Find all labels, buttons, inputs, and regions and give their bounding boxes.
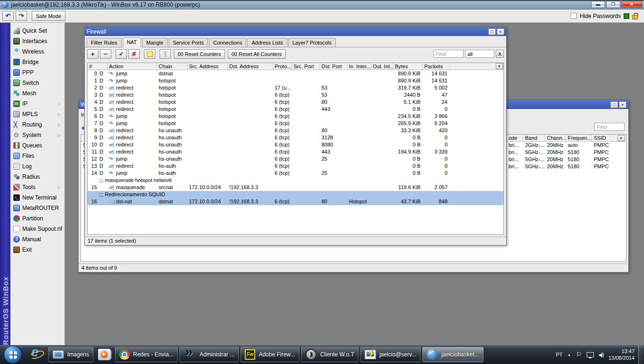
sidebar-item-new-terminal[interactable]: New Terminal [10,192,64,203]
reset-all-counters-button[interactable]: 00 Reset All Counters [228,49,286,59]
sidebar-item-manual[interactable]: Manual [10,234,64,245]
rule-flag: D [99,70,103,77]
wireless-close-button[interactable]: × [619,101,626,108]
start-button[interactable] [4,346,22,364]
nat-comment-row[interactable]: ;;; Redirecionamento SQUID [88,191,503,198]
tab-filter-rules[interactable]: Filter Rules [87,38,122,47]
chain-filter-dropdown-button[interactable]: ▼ [496,50,504,58]
rule-action-cell: ↷jump [107,155,157,163]
taskbar-button-administrar[interactable]: Administrar ... [179,347,239,362]
tab-service-ports[interactable]: Service Ports [169,38,208,47]
sidebar-item-queues[interactable]: Queues [10,140,64,151]
tray-up-arrow-icon[interactable]: ▲ [567,353,571,357]
nat-rule-row[interactable]: 7D↷jumphotspot6 (tcp)265.9 KiB5 204 [88,120,503,127]
firewall-find-input[interactable] [433,50,464,58]
sidebar-item-interfaces[interactable]: Interfaces [10,36,64,46]
enable-rule-button[interactable]: ✔ [116,49,127,59]
column-select-button[interactable]: ▼ [496,63,503,69]
terminal-icon [13,194,20,201]
nat-rule-row[interactable]: 4D⇄|redirecthotspot6 (tcp)805.1 KiB24 [88,99,503,106]
sidebar-item-system[interactable]: System▷ [10,130,64,140]
nat-rule-row[interactable]: 8D⇄|redirecths-unauth6 (tcp)8033.3 KiB42… [88,127,503,134]
taskbar-button-imagens[interactable]: Imagens [48,347,93,362]
taskbar-button-adobe-firew[interactable]: Adobe Firew... [241,347,299,362]
nat-rule-row[interactable]: 10D⇄|redirecths-unauth6 (tcp)80800 B0 [88,141,503,148]
nat-rule-row[interactable]: 2D⇄|redirecthotspot17 (u...53319.7 KiB5 … [88,84,503,91]
rule-action-label: jump [116,78,127,83]
interface-frequency: auto [568,142,578,149]
nat-rule-row[interactable]: 12D↷jumphs-unauth6 (tcp)250 B0 [88,155,503,163]
sidebar-item-routing[interactable]: Routing▷ [10,119,64,130]
nat-rule-row[interactable]: 14D↷jumphs-auth6 (tcp)250 B0 [88,170,503,177]
nat-comment-row[interactable]: ;;; masquerade hotspot network [88,177,503,184]
minimize-button[interactable]: ▬ [591,1,605,8]
tab-mangle[interactable]: Mangle [142,38,168,47]
wireless-find-input[interactable] [594,123,625,131]
sidebar-item-metarouter[interactable]: MetaROUTER [10,203,64,213]
network-icon[interactable] [587,352,594,357]
sidebar-item-quick-set[interactable]: Quick Set [10,26,64,36]
rule-chain: hotspot [157,106,188,113]
tray-clock[interactable]: 13:47 13/08/2014 [608,348,635,361]
sidebar-item-wireless[interactable]: Wireless [10,46,64,57]
tab-address-lists[interactable]: Address Lists [247,38,287,47]
firewall-maximize-button[interactable]: □ [488,28,496,35]
sidebar-item-switch[interactable]: Switch [10,78,64,88]
show-desktop-button[interactable] [638,345,643,364]
tab-nat[interactable]: NAT [123,37,141,47]
ie-icon [29,347,44,362]
firewall-titlebar[interactable]: Firewall □ × [85,27,506,36]
hide-passwords-checkbox[interactable] [571,13,577,19]
taskbar-ie-button[interactable] [27,347,46,362]
safe-mode-button[interactable]: Safe Mode [32,11,65,21]
tray-language-indicator[interactable]: PT [556,352,563,357]
sidebar-item-mpls[interactable]: MPLS▷ [10,109,64,119]
sidebar-item-mesh[interactable]: Mesh [10,88,64,99]
nat-rule-row[interactable]: 6D↷jumphotspot6 (tcp)234.5 KiB3 866 [88,113,503,120]
undo-button[interactable]: ↶ [2,11,14,21]
nat-rule-row[interactable]: 3D⇄|redirecthotspot6 (tcp)532440 B47 [88,91,503,99]
firewall-close-button[interactable]: × [497,28,504,35]
close-button[interactable]: ✕ [621,1,642,8]
sidebar-item-bridge[interactable]: Bridge [10,57,64,67]
chain-filter-select[interactable]: all [465,50,494,58]
sidebar-item-log[interactable]: Log [10,161,64,172]
interface-frequency: 5180 [568,156,579,163]
sidebar-item-exit[interactable]: Exit [10,245,64,255]
taskbar-button-jaelcio-serv[interactable]: jaelcio@serv... [360,347,420,362]
nat-rule-row[interactable]: 15⇄|masqueradesrcnat172.10.0.0/24!192.16… [88,184,503,191]
taskbar-button-cliente-w-o-t[interactable]: Cliente W.o.T [301,347,358,362]
sidebar-item-ip[interactable]: IP▷ [10,99,64,109]
flag-icon[interactable]: ⚐ [576,351,582,358]
remove-rule-button[interactable]: − [100,49,111,59]
nat-rule-row[interactable]: 1D↷jumphotspot890.9 KiB14 631 [88,77,503,84]
reset-counters-button[interactable]: 00 Reset Counters [174,49,225,59]
sidebar-item-label: Switch [22,80,39,86]
nat-rule-row[interactable]: 16→|dst-natdstnat172.10.0.0/24!192.168.3… [88,198,503,205]
redo-button[interactable]: ↷ [16,11,27,21]
sidebar-item-ppp[interactable]: PPP [10,67,64,78]
comment-button[interactable] [144,49,155,59]
tab-layer7-protocols[interactable]: Layer7 Protocols [288,38,336,47]
taskbar-button-media-player-icon[interactable] [95,347,113,362]
sidebar-item-make-supout-rif[interactable]: Make Supout.rif [10,224,64,234]
filter-button[interactable] [160,49,171,59]
add-rule-button[interactable]: + [87,49,98,59]
nat-rule-row[interactable]: 13D⇄|redirecths-auth6 (tcp)0 B0 [88,163,503,170]
sidebar-item-tools[interactable]: Tools▷ [10,182,64,192]
sidebar-item-files[interactable]: Files [10,151,64,161]
nat-rule-row[interactable]: 0D↷jumpdstnat890.9 KiB14 631 [88,70,503,77]
taskbar-button-redes-envia[interactable]: Redes - Envia... [115,347,178,362]
wireless-maximize-button[interactable]: □ [610,101,618,108]
restore-button[interactable]: ❐ [606,1,620,8]
speaker-icon[interactable]: ◀)) [599,352,604,357]
nat-rule-row[interactable]: 11D⇄|redirecths-unauth6 (tcp)443194.9 Ki… [88,148,503,155]
tab-connections[interactable]: Connections [209,38,246,47]
disable-rule-button[interactable]: ✘ [128,49,140,59]
sidebar-item-radius[interactable]: Radius [10,172,64,182]
taskbar-button-jaelciobasket[interactable]: jaelciobasket... [422,347,483,362]
nat-rule-row[interactable]: 9D⇄|redirecths-unauth6 (tcp)31280 B0 [88,134,503,141]
wireless-column-select-button[interactable]: ▼ [617,135,625,141]
nat-rule-row[interactable]: 5D⇄|redirecthotspot6 (tcp)4430 B0 [88,106,503,113]
sidebar-item-partition[interactable]: Partition [10,213,64,224]
